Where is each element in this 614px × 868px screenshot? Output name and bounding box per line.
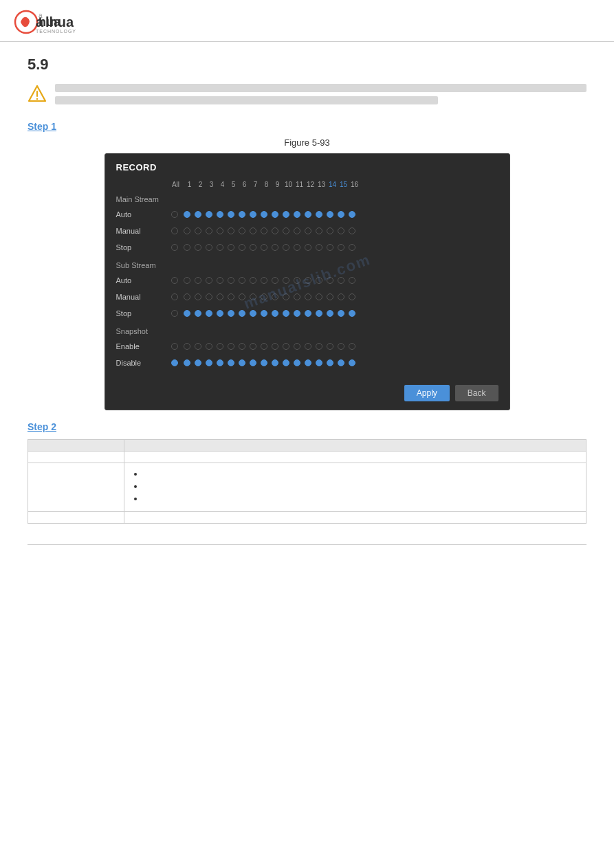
main-manual-ch9[interactable] [270,227,281,234]
main-auto-ch10[interactable] [281,211,292,218]
main-stop-ch9[interactable] [270,244,281,251]
main-stop-ch16[interactable] [347,244,358,251]
sub-stop-all-radio[interactable] [168,310,182,317]
sub-manual-ch4[interactable] [215,293,226,300]
main-manual-ch10[interactable] [281,227,292,234]
sub-manual-ch10[interactable] [281,293,292,300]
sub-manual-ch1[interactable] [182,293,193,300]
sub-stop-ch14[interactable] [325,310,336,317]
main-stop-ch2[interactable] [193,244,204,251]
snap-disable-ch9[interactable] [270,359,281,366]
main-stop-ch6[interactable] [237,244,248,251]
main-auto-ch9[interactable] [270,211,281,218]
main-auto-ch5[interactable] [226,211,237,218]
sub-auto-ch10[interactable] [281,277,292,284]
main-manual-ch4[interactable] [215,227,226,234]
sub-auto-ch5[interactable] [226,277,237,284]
main-manual-ch3[interactable] [204,227,215,234]
snap-disable-ch16[interactable] [347,359,358,366]
snap-disable-ch4[interactable] [215,359,226,366]
main-auto-ch6[interactable] [237,211,248,218]
sub-manual-ch2[interactable] [193,293,204,300]
sub-stop-ch7[interactable] [248,310,259,317]
snap-disable-ch10[interactable] [281,359,292,366]
snap-enable-all-radio[interactable] [168,343,182,350]
snap-disable-ch1[interactable] [182,359,193,366]
main-manual-ch14[interactable] [325,227,336,234]
sub-stop-ch1[interactable] [182,310,193,317]
sub-stop-ch5[interactable] [226,310,237,317]
snap-disable-ch13[interactable] [314,359,325,366]
snap-enable-ch6[interactable] [237,343,248,350]
main-auto-ch8[interactable] [259,211,270,218]
main-manual-ch8[interactable] [259,227,270,234]
sub-auto-ch2[interactable] [193,277,204,284]
sub-auto-ch7[interactable] [248,277,259,284]
sub-manual-ch5[interactable] [226,293,237,300]
main-manual-ch5[interactable] [226,227,237,234]
sub-auto-ch13[interactable] [314,277,325,284]
sub-stop-ch10[interactable] [281,310,292,317]
main-auto-ch13[interactable] [314,211,325,218]
sub-stop-ch8[interactable] [259,310,270,317]
snap-disable-ch3[interactable] [204,359,215,366]
sub-auto-ch6[interactable] [237,277,248,284]
main-manual-ch12[interactable] [303,227,314,234]
main-auto-ch1[interactable] [182,211,193,218]
snap-enable-ch3[interactable] [204,343,215,350]
snap-enable-ch9[interactable] [270,343,281,350]
snap-disable-all-radio[interactable] [168,359,182,366]
sub-stop-ch16[interactable] [347,310,358,317]
main-manual-ch15[interactable] [336,227,347,234]
main-manual-ch6[interactable] [237,227,248,234]
sub-manual-ch12[interactable] [303,293,314,300]
sub-auto-ch8[interactable] [259,277,270,284]
snap-enable-ch1[interactable] [182,343,193,350]
snap-enable-ch16[interactable] [347,343,358,350]
main-stop-ch1[interactable] [182,244,193,251]
sub-manual-ch11[interactable] [292,293,303,300]
sub-manual-ch16[interactable] [347,293,358,300]
main-auto-ch7[interactable] [248,211,259,218]
sub-auto-ch11[interactable] [292,277,303,284]
sub-stop-ch9[interactable] [270,310,281,317]
main-auto-ch16[interactable] [347,211,358,218]
sub-manual-ch14[interactable] [325,293,336,300]
main-auto-ch3[interactable] [204,211,215,218]
main-stop-ch13[interactable] [314,244,325,251]
main-stop-ch3[interactable] [204,244,215,251]
sub-auto-ch16[interactable] [347,277,358,284]
sub-manual-all-radio[interactable] [168,293,182,300]
snap-disable-ch5[interactable] [226,359,237,366]
main-stop-all-radio[interactable] [168,244,182,251]
sub-auto-ch9[interactable] [270,277,281,284]
main-auto-ch15[interactable] [336,211,347,218]
snap-disable-ch8[interactable] [259,359,270,366]
main-auto-ch12[interactable] [303,211,314,218]
sub-manual-ch9[interactable] [270,293,281,300]
main-manual-ch13[interactable] [314,227,325,234]
main-stop-ch4[interactable] [215,244,226,251]
snap-disable-ch14[interactable] [325,359,336,366]
main-stop-ch12[interactable] [303,244,314,251]
sub-auto-ch12[interactable] [303,277,314,284]
main-stop-ch10[interactable] [281,244,292,251]
snap-disable-ch7[interactable] [248,359,259,366]
main-stop-ch7[interactable] [248,244,259,251]
sub-manual-ch15[interactable] [336,293,347,300]
sub-manual-ch6[interactable] [237,293,248,300]
main-manual-ch2[interactable] [193,227,204,234]
main-manual-ch7[interactable] [248,227,259,234]
sub-manual-ch8[interactable] [259,293,270,300]
sub-stop-ch15[interactable] [336,310,347,317]
sub-stop-ch12[interactable] [303,310,314,317]
sub-manual-ch13[interactable] [314,293,325,300]
main-auto-ch11[interactable] [292,211,303,218]
snap-enable-ch14[interactable] [325,343,336,350]
main-manual-ch1[interactable] [182,227,193,234]
snap-enable-ch8[interactable] [259,343,270,350]
sub-auto-ch4[interactable] [215,277,226,284]
snap-enable-ch11[interactable] [292,343,303,350]
snap-enable-ch13[interactable] [314,343,325,350]
main-auto-all-radio[interactable] [168,211,182,218]
